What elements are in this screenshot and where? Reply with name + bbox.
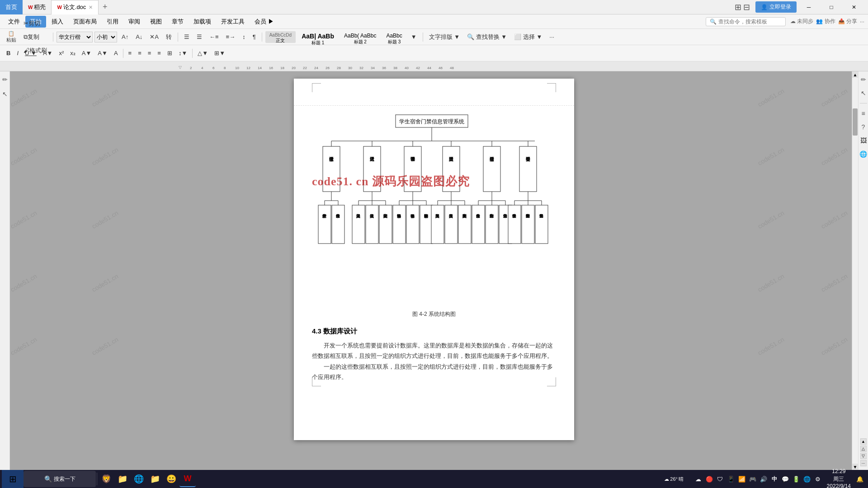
align-center-button[interactable]: ≡	[135, 47, 144, 60]
clear-format-button[interactable]: ✕A	[147, 31, 161, 43]
select-button[interactable]: ⬜ 选择 ▼	[511, 31, 545, 43]
taskbar-browser[interactable]: 🌐	[131, 471, 147, 487]
copy-button[interactable]: ⧉ 复制	[21, 31, 42, 43]
justify-button[interactable]: ≡	[155, 47, 164, 60]
right-panel-cursor-icon[interactable]: ↖	[859, 89, 868, 98]
battery-icon[interactable]: 🔋	[792, 474, 801, 483]
font-selector[interactable]: 华文行楷	[57, 32, 93, 42]
mini-page-up[interactable]: △	[860, 446, 867, 452]
table-borders-button[interactable]: ⊞▼	[212, 47, 228, 60]
find-replace-button[interactable]: 🔍 查找替换 ▼	[464, 31, 509, 43]
menu-member[interactable]: 会员 ▶	[250, 16, 278, 28]
text-layout-button[interactable]: 文字排版 ▼	[426, 31, 462, 43]
wifi-icon[interactable]: 📶	[737, 474, 746, 483]
sort-button[interactable]: ↕	[240, 31, 248, 43]
grid-view-icon[interactable]: ⊟	[743, 2, 750, 12]
scroll-track[interactable]	[852, 78, 858, 464]
line-spacing-button[interactable]: ↕▼	[176, 47, 190, 60]
maximize-button[interactable]: □	[821, 0, 842, 14]
indent-dec-button[interactable]: ←≡	[207, 31, 222, 43]
right-panel-web-icon[interactable]: 🌐	[859, 150, 868, 159]
menu-search-box[interactable]: 🔍	[706, 17, 786, 26]
taskbar-explorer[interactable]: 📁	[114, 471, 131, 487]
weather-widget[interactable]: ☁ 26° 晴	[656, 474, 692, 483]
list-button2[interactable]: ☰	[194, 31, 205, 43]
font-shrink-button[interactable]: A↓	[133, 31, 145, 43]
mini-page-down[interactable]: ▽	[860, 453, 867, 459]
left-panel-icon2[interactable]: ↖	[0, 89, 9, 99]
indent-inc-button[interactable]: ≡→	[223, 31, 238, 43]
list-button1[interactable]: ☰	[181, 31, 192, 43]
login-button[interactable]: 👤 立即登录	[755, 1, 797, 13]
align-left-button[interactable]: ≡	[126, 47, 135, 60]
align-right-button[interactable]: ≡	[145, 47, 154, 60]
font-size-selector[interactable]: 小初	[94, 32, 117, 42]
menu-addins[interactable]: 加载项	[189, 16, 216, 28]
share-label[interactable]: 📤 分享	[838, 18, 857, 25]
left-panel-icon1[interactable]: ✏	[0, 75, 9, 84]
columns-button[interactable]: ⊞	[165, 47, 175, 60]
superscript-button[interactable]: x²	[56, 47, 66, 60]
mini-up[interactable]: ▲	[860, 438, 867, 445]
taskbar-search[interactable]: 🔍 搜索一下	[24, 471, 96, 487]
more-menu[interactable]: ···	[860, 19, 864, 25]
taskbar-ie[interactable]: 🦁	[98, 471, 114, 487]
bold-button[interactable]: B	[4, 47, 13, 60]
shapes-button[interactable]: △▼	[195, 47, 211, 60]
menu-review[interactable]: 审阅	[124, 16, 145, 28]
right-panel-menu-icon[interactable]: ≡	[859, 109, 868, 118]
game-icon[interactable]: 🎮	[748, 474, 757, 483]
start-button[interactable]: ⊞	[2, 470, 24, 488]
phone-icon[interactable]: 📱	[726, 474, 736, 483]
layout-view-icon[interactable]: ⊞	[735, 2, 741, 12]
tab-doc[interactable]: W 论文.doc ✕	[51, 0, 99, 14]
menu-insert[interactable]: 插入	[47, 16, 68, 28]
shade-color-button[interactable]: A▼	[79, 47, 94, 60]
styles-more-button[interactable]: ▼	[408, 31, 420, 43]
scroll-up-button[interactable]: ▲	[852, 71, 858, 78]
underline-button[interactable]: U ▼	[22, 47, 39, 60]
ime-icon[interactable]: 中	[770, 474, 779, 483]
cloud-icon[interactable]: ☁	[694, 474, 703, 483]
network-tray-icon[interactable]: 🌐	[802, 474, 811, 483]
char-border-button[interactable]: A	[111, 47, 121, 60]
paste-button[interactable]: 📋 粘贴	[4, 31, 19, 43]
right-panel-image-icon[interactable]: 🖼	[859, 136, 868, 145]
menu-devtools[interactable]: 开发工具	[217, 16, 249, 28]
shield-icon[interactable]: 🛡	[716, 474, 725, 483]
style-normal[interactable]: AaBbCcDd 正文	[265, 31, 296, 43]
new-tab-button[interactable]: +	[99, 1, 111, 14]
subscript-button[interactable]: x₂	[67, 47, 78, 60]
para-button[interactable]: ¶	[250, 31, 259, 43]
italic-button[interactable]: I	[14, 47, 21, 60]
vertical-scrollbar[interactable]: ▲ ▼	[852, 71, 858, 470]
cut-button[interactable]: ✂ 剪切	[21, 17, 43, 30]
settings-tray-icon[interactable]: ⚙	[813, 474, 822, 483]
convert-button[interactable]: 转	[163, 31, 175, 43]
style-h2[interactable]: AaBb( AaBbc 标题 2	[340, 31, 380, 43]
font-grow-button[interactable]: A↑	[119, 31, 131, 43]
more-tools-button[interactable]: ···	[547, 31, 557, 43]
tab-home[interactable]: 首页	[0, 0, 23, 14]
tab-daoke[interactable]: W 稻壳	[23, 0, 51, 14]
menu-view[interactable]: 视图	[146, 16, 166, 28]
taskbar-wps[interactable]: W	[179, 471, 196, 487]
style-h3[interactable]: AaBbc 标题 3	[382, 31, 406, 43]
notification-icon[interactable]: 🔔	[855, 474, 864, 483]
minimize-button[interactable]: ─	[798, 0, 819, 14]
menu-reference[interactable]: 引用	[102, 16, 123, 28]
taskbar-folder[interactable]: 📁	[147, 471, 163, 487]
system-clock[interactable]: 12:29 周三 2022/9/14	[824, 467, 854, 488]
style-h1[interactable]: AaB| AaBb 标题 1	[297, 31, 338, 43]
font-color-button[interactable]: A▼	[40, 47, 56, 60]
taskbar-app1[interactable]: 😀	[163, 471, 179, 487]
right-panel-help-icon[interactable]: ?	[859, 122, 868, 131]
scroll-thumb[interactable]	[853, 108, 858, 136]
menu-chapter[interactable]: 章节	[167, 16, 188, 28]
menu-search-input[interactable]	[718, 19, 782, 25]
tab-close-icon[interactable]: ✕	[89, 5, 93, 10]
antivirus-icon[interactable]: 🔴	[705, 474, 714, 483]
mini-more[interactable]: ···	[860, 460, 867, 466]
menu-page-layout[interactable]: 页面布局	[69, 16, 101, 28]
right-panel-edit-icon[interactable]: ✏	[859, 75, 868, 84]
